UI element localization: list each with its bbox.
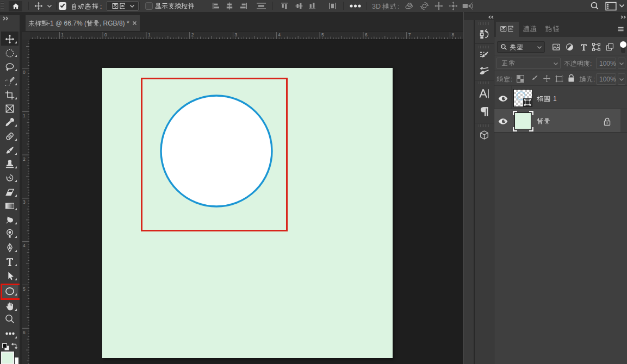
- svg-text:1: 1: [23, 113, 26, 118]
- svg-text:3: 3: [23, 199, 26, 205]
- svg-text:6: 6: [365, 32, 368, 37]
- svg-text:6: 6: [23, 330, 26, 335]
- svg-text:1: 1: [61, 32, 64, 37]
- svg-text:2: 2: [191, 32, 194, 37]
- svg-text:5: 5: [321, 32, 324, 37]
- svg-text:4: 4: [278, 32, 281, 37]
- svg-text:5: 5: [23, 286, 26, 292]
- svg-text:1: 1: [148, 32, 151, 37]
- svg-text:2: 2: [23, 156, 26, 162]
- svg-text:4: 4: [23, 243, 26, 248]
- svg-text:0: 0: [104, 32, 107, 37]
- svg-text:7: 7: [408, 32, 411, 37]
- svg-text:8: 8: [452, 32, 455, 37]
- svg-text:3: 3: [235, 32, 238, 37]
- svg-text:0: 0: [23, 70, 26, 75]
